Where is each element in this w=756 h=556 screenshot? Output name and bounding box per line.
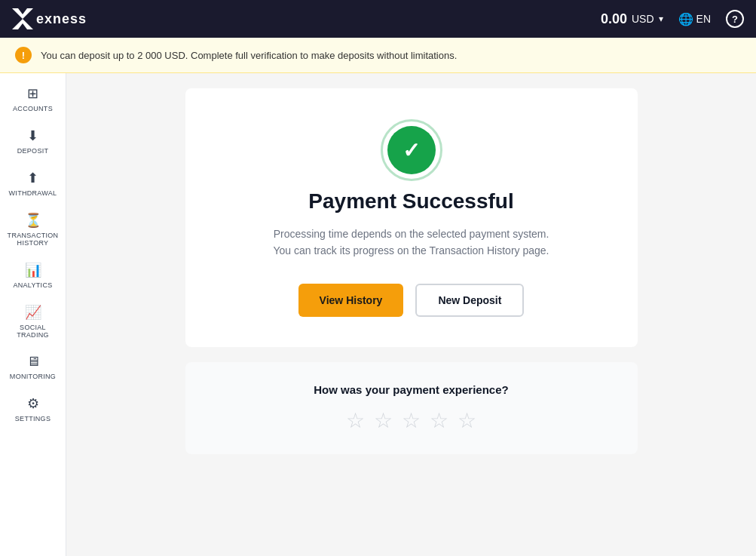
- balance-selector[interactable]: 0.00 USD ▾: [601, 11, 663, 27]
- view-history-button[interactable]: View History: [298, 284, 404, 317]
- accounts-icon: ⊞: [27, 85, 38, 102]
- warning-icon: !: [15, 47, 32, 63]
- success-desc-line2: You can track its progress on the Transa…: [273, 244, 549, 256]
- logo[interactable]: exness: [12, 8, 87, 29]
- star-3[interactable]: ☆: [402, 408, 421, 433]
- withdrawal-icon: ⬆: [27, 170, 38, 186]
- rating-question: How was your payment experience?: [231, 383, 592, 396]
- navbar: exness 0.00 USD ▾ 🌐 EN ?: [0, 0, 756, 38]
- balance-amount: 0.00: [601, 11, 627, 27]
- chevron-down-icon: ▾: [659, 14, 663, 24]
- success-desc-line1: Processing time depends on the selected …: [274, 228, 549, 240]
- transaction-history-icon: ⏳: [25, 212, 41, 229]
- settings-icon: ⚙: [27, 395, 39, 412]
- rating-card: How was your payment experience? ☆ ☆ ☆ ☆…: [185, 362, 638, 454]
- globe-icon: 🌐: [678, 12, 693, 26]
- sidebar-item-monitoring[interactable]: 🖥 MONITORING: [3, 348, 63, 386]
- navbar-right: 0.00 USD ▾ 🌐 EN ?: [601, 10, 744, 28]
- social-trading-icon: 📈: [25, 304, 41, 321]
- star-5[interactable]: ☆: [458, 408, 476, 433]
- logo-text: exness: [36, 11, 87, 27]
- analytics-icon: 📊: [25, 262, 41, 278]
- main-content: ✓ Payment Successful Processing time dep…: [66, 73, 756, 556]
- star-1[interactable]: ☆: [346, 408, 365, 433]
- new-deposit-button[interactable]: New Deposit: [415, 284, 524, 317]
- sidebar-item-deposit[interactable]: ⬇ DEPOSIT: [3, 121, 63, 161]
- star-2[interactable]: ☆: [374, 408, 393, 433]
- balance-currency: USD: [632, 13, 654, 25]
- sidebar-item-transaction-history[interactable]: ⏳ TRANSACTION HISTORY: [3, 206, 63, 253]
- success-card: ✓ Payment Successful Processing time dep…: [185, 88, 638, 347]
- info-banner: ! You can deposit up to 2 000 USD. Compl…: [0, 38, 756, 73]
- success-title: Payment Successful: [231, 189, 592, 213]
- action-buttons: View History New Deposit: [231, 284, 592, 317]
- sidebar-item-social-trading[interactable]: 📈 SOCIAL TRADING: [3, 298, 63, 345]
- banner-text: You can deposit up to 2 000 USD. Complet…: [41, 50, 457, 61]
- sidebar-item-analytics[interactable]: 📊 ANALYTICS: [3, 256, 63, 295]
- sidebar-item-accounts[interactable]: ⊞ ACCOUNTS: [3, 79, 63, 118]
- deposit-icon: ⬇: [27, 127, 38, 144]
- svg-marker-0: [12, 8, 33, 29]
- sidebar-item-label: ACCOUNTS: [13, 105, 53, 112]
- sidebar-item-withdrawal[interactable]: ⬆ WITHDRAWAL: [3, 164, 63, 203]
- monitoring-icon: 🖥: [26, 354, 40, 370]
- sidebar-item-settings[interactable]: ⚙ SETTINGS: [3, 389, 63, 429]
- star-4[interactable]: ☆: [430, 408, 448, 433]
- sidebar-item-label: ANALYTICS: [13, 281, 52, 289]
- checkmark-icon: ✓: [402, 138, 420, 163]
- sidebar-item-label: MONITORING: [10, 373, 56, 380]
- sidebar: ⊞ ACCOUNTS ⬇ DEPOSIT ⬆ WITHDRAWAL ⏳ TRAN…: [0, 73, 66, 556]
- sidebar-item-label: SOCIAL TRADING: [6, 324, 60, 339]
- help-button[interactable]: ?: [726, 10, 744, 28]
- sidebar-item-label: SETTINGS: [15, 415, 51, 422]
- success-circle: ✓: [387, 126, 436, 174]
- success-description: Processing time depends on the selected …: [231, 226, 592, 260]
- sidebar-item-label: DEPOSIT: [17, 147, 49, 155]
- star-rating: ☆ ☆ ☆ ☆ ☆: [231, 408, 592, 433]
- sidebar-item-label: TRANSACTION HISTORY: [6, 232, 60, 247]
- language-label: EN: [696, 13, 711, 25]
- language-selector[interactable]: 🌐 EN: [678, 12, 711, 26]
- layout: ⊞ ACCOUNTS ⬇ DEPOSIT ⬆ WITHDRAWAL ⏳ TRAN…: [0, 73, 756, 556]
- sidebar-item-label: WITHDRAWAL: [9, 189, 57, 197]
